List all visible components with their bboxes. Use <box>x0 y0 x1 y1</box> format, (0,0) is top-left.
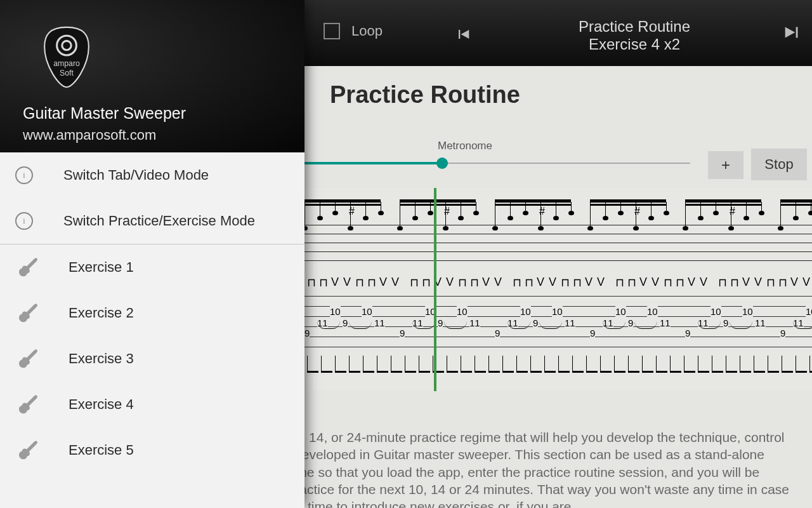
menu-label: Exercise 3 <box>69 351 134 367</box>
drawer-header: amparo Soft Guitar Master Sweeper www.am… <box>0 0 304 152</box>
menu-exercise-5[interactable]: Exercise 5 <box>0 427 304 473</box>
info-icon: i <box>15 166 33 184</box>
menu-label: Exercise 1 <box>69 259 134 276</box>
page-title: Practice Routine <box>330 81 520 109</box>
menu-label: Switch Tab/Video Mode <box>63 167 209 184</box>
info-icon: i <box>15 212 33 230</box>
menu-label: Switch Practice/Exercise Mode <box>63 213 255 229</box>
guitar-icon <box>15 439 38 462</box>
stop-button[interactable]: Stop <box>751 149 807 180</box>
guitar-icon <box>15 347 38 370</box>
menu-label: Exercise 5 <box>69 442 134 458</box>
app-logo-icon: amparo Soft <box>41 23 93 94</box>
previous-button[interactable] <box>454 25 472 46</box>
plus-button[interactable]: + <box>708 151 743 179</box>
svg-text:amparo: amparo <box>53 59 80 68</box>
header-title-line1: Practice Routine <box>533 18 736 36</box>
loop-checkbox[interactable] <box>324 23 340 39</box>
guitar-icon <box>15 393 38 416</box>
next-button[interactable] <box>782 22 803 46</box>
app-title: Guitar Master Sweeper <box>23 104 186 123</box>
menu-exercise-3[interactable]: Exercise 3 <box>0 336 304 382</box>
header-title: Practice Routine Exercise 4 x2 <box>533 18 736 53</box>
metronome-label: Metronome <box>438 140 492 152</box>
loop-label: Loop <box>351 23 383 39</box>
menu-label: Exercise 4 <box>69 396 134 413</box>
guitar-icon <box>15 256 38 279</box>
guitar-icon <box>15 302 38 324</box>
menu-exercise-1[interactable]: Exercise 1 <box>0 244 304 290</box>
slider-thumb[interactable] <box>436 157 448 169</box>
menu-switch-tab-video[interactable]: i Switch Tab/Video Mode <box>0 152 304 198</box>
navigation-drawer: amparo Soft Guitar Master Sweeper www.am… <box>0 0 304 508</box>
app-url: www.amparosoft.com <box>23 127 156 144</box>
playhead <box>434 188 436 391</box>
loop-toggle[interactable]: Loop <box>324 23 383 39</box>
menu-label: Exercise 2 <box>69 305 134 321</box>
menu-exercise-4[interactable]: Exercise 4 <box>0 382 304 427</box>
header-title-line2: Exercise 4 x2 <box>533 36 736 53</box>
menu-exercise-2[interactable]: Exercise 2 <box>0 290 304 336</box>
menu-switch-practice-exercise[interactable]: i Switch Practice/Exercise Mode <box>0 198 304 244</box>
drawer-list: i Switch Tab/Video Mode i Switch Practic… <box>0 152 304 473</box>
svg-text:Soft: Soft <box>60 69 74 77</box>
